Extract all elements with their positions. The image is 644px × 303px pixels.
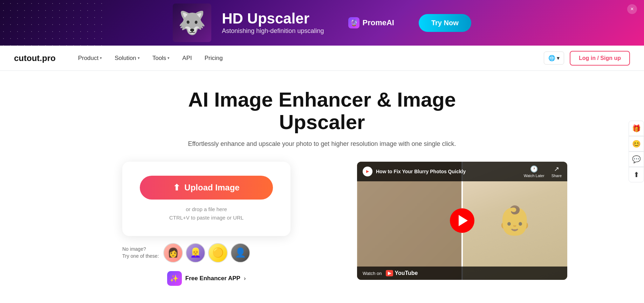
youtube-logo[interactable]: ▶ YouTube [386, 270, 418, 276]
ad-close-button[interactable]: × [627, 4, 637, 14]
app-promo-label: Free Enhancer APP [185, 275, 240, 282]
video-container[interactable]: 👶 ▶ ▶ How to Fix Your Blurry Photos Quic… [357, 162, 567, 280]
solution-chevron-icon: ▾ [138, 56, 140, 60]
nav-right: 🌐 ▾ Log in / Sign up [544, 51, 630, 66]
share-action[interactable]: ↗ Share [551, 165, 562, 178]
lang-chevron-icon: ▾ [557, 55, 560, 61]
youtube-icon: ▶ [386, 270, 393, 276]
app-promo-icon: ✨ [167, 271, 182, 286]
chat-icon: 💬 [632, 155, 641, 163]
face-sidebar-button[interactable]: 😊 [629, 136, 644, 152]
logo[interactable]: cutout.pro [14, 53, 56, 63]
play-triangle-icon [459, 215, 468, 226]
video-topbar: ▶ How to Fix Your Blurry Photos Quickly … [357, 162, 567, 181]
sample-row: No image? Try one of these: 👩 👱‍♀️ 🟡 👤 [122, 243, 290, 263]
product-chevron-icon: ▾ [100, 56, 102, 60]
main-content: AI Image Enhancer & Image Upscaler Effor… [0, 71, 644, 296]
gift-sidebar-button[interactable]: 🎁 [629, 121, 644, 136]
ad-title: HD Upscaler [222, 11, 324, 26]
gift-icon: 🎁 [632, 124, 641, 133]
video-section: 👶 ▶ ▶ How to Fix Your Blurry Photos Quic… [357, 162, 567, 280]
youtube-small-logo: ▶ [363, 167, 372, 176]
clock-icon: 🕐 [530, 165, 538, 173]
nav-api[interactable]: API [177, 52, 197, 65]
ad-wolf-image: 🐺 [173, 4, 211, 42]
app-promo[interactable]: ✨ Free Enhancer APP › [167, 271, 246, 286]
video-title: How to Fix Your Blurry Photos Quickly [376, 169, 520, 174]
share-icon: ↗ [554, 165, 559, 173]
content-row: ⬆ Upload Image or drop a file here CTRL+… [77, 162, 567, 286]
ad-brand-name: PromeAI [362, 18, 394, 27]
upload-box: ⬆ Upload Image or drop a file here CTRL+… [122, 162, 290, 236]
promeai-logo: 🔮 [348, 17, 359, 28]
navbar: cutout.pro Product ▾ Solution ▾ Tools ▾ … [0, 46, 644, 71]
upload-icon: ⬆ [173, 183, 180, 193]
ad-subtitle: Astonishing high-definition upscaling [222, 27, 324, 35]
nav-tools[interactable]: Tools ▾ [148, 52, 175, 65]
upload-sidebar-icon: ⬆ [633, 170, 639, 179]
watch-on-label: Watch on [363, 271, 382, 276]
login-button[interactable]: Log in / Sign up [570, 51, 630, 66]
upload-sidebar-button[interactable]: ⬆ [629, 167, 644, 182]
app-promo-arrow: › [244, 275, 246, 282]
watch-later-action[interactable]: 🕐 Watch Later [524, 165, 544, 178]
sample-image-2[interactable]: 👱‍♀️ [186, 243, 205, 263]
ad-cta-button[interactable]: Try Now [419, 14, 471, 32]
upload-section: ⬆ Upload Image or drop a file here CTRL+… [77, 162, 336, 286]
youtube-play-button[interactable] [450, 208, 474, 233]
page-subtitle: Effortlessly enhance and upscale your ph… [188, 140, 456, 148]
nav-pricing[interactable]: Pricing [200, 52, 228, 65]
page-title: AI Image Enhancer & Image Upscaler [164, 88, 480, 133]
sample-image-4[interactable]: 👤 [231, 243, 250, 263]
right-sidebar: 🎁 😊 💬 ⬆ [629, 121, 644, 182]
face-icon: 😊 [632, 140, 641, 148]
video-actions: 🕐 Watch Later ↗ Share [524, 165, 562, 178]
translate-icon: 🌐 [548, 55, 555, 61]
ad-brand: 🔮 PromeAI [348, 17, 394, 28]
upload-hint: or drop a file here CTRL+V to paste imag… [169, 205, 244, 222]
video-bottombar: Watch on ▶ YouTube [357, 267, 567, 280]
sample-image-3[interactable]: 🟡 [208, 243, 228, 263]
ad-banner: 🐺 HD Upscaler Astonishing high-definitio… [0, 0, 644, 46]
upload-button[interactable]: ⬆ Upload Image [140, 176, 273, 200]
nav-solution[interactable]: Solution ▾ [110, 52, 144, 65]
nav-product[interactable]: Product ▾ [73, 52, 107, 65]
sample-label: No image? Try one of these: [122, 246, 159, 260]
sample-image-1[interactable]: 👩 [163, 243, 183, 263]
sample-images: 👩 👱‍♀️ 🟡 👤 [163, 243, 250, 263]
nav-links: Product ▾ Solution ▾ Tools ▾ API Pricing [73, 52, 544, 65]
chat-sidebar-button[interactable]: 💬 [629, 152, 644, 167]
tools-chevron-icon: ▾ [167, 56, 170, 60]
ad-text-group: HD Upscaler Astonishing high-definition … [222, 11, 324, 35]
language-button[interactable]: 🌐 ▾ [544, 52, 564, 65]
